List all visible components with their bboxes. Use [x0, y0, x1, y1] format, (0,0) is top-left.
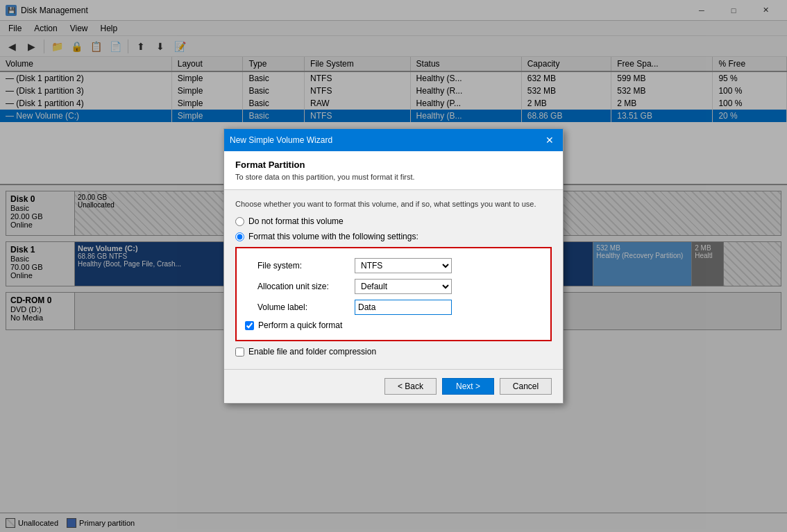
wizard-modal: New Simple Volume Wizard ✕ Format Partit…	[223, 128, 564, 404]
no-format-option[interactable]: Do not format this volume	[235, 216, 552, 226]
modal-overlay: New Simple Volume Wizard ✕ Format Partit…	[0, 0, 787, 532]
format-label: Format this volume with the following se…	[248, 232, 418, 241]
cancel-button[interactable]: Cancel	[500, 378, 552, 395]
modal-close-button[interactable]: ✕	[542, 132, 557, 148]
wizard-title: New Simple Volume Wizard	[230, 135, 332, 145]
modal-body: Choose whether you want to format this v…	[224, 190, 563, 369]
file-system-row: File system: NTFS FAT32 exFAT	[257, 258, 542, 273]
back-button[interactable]: < Back	[384, 378, 437, 395]
volume-label-input[interactable]	[355, 300, 452, 315]
format-settings: File system: NTFS FAT32 exFAT Allocation…	[257, 258, 542, 315]
wizard-page-subtitle: To store data on this partition, you mus…	[235, 173, 552, 181]
format-radio[interactable]	[235, 232, 244, 241]
no-format-radio[interactable]	[235, 217, 244, 226]
compression-label: Enable file and folder compression	[248, 347, 376, 357]
quick-format-checkbox[interactable]	[245, 321, 254, 330]
volume-label-row: Volume label:	[257, 300, 542, 315]
alloc-size-select[interactable]: Default 512 1024 2048 4096	[355, 279, 452, 294]
compression-checkbox[interactable]	[235, 347, 244, 357]
file-system-control: NTFS FAT32 exFAT	[355, 258, 452, 273]
wizard-page-title: Format Partition	[235, 160, 552, 170]
file-system-select[interactable]: NTFS FAT32 exFAT	[355, 258, 452, 273]
alloc-size-label: Allocation unit size:	[257, 282, 355, 291]
compression-row[interactable]: Enable file and folder compression	[235, 347, 552, 357]
volume-label-label: Volume label:	[257, 302, 355, 312]
volume-label-control	[355, 300, 452, 315]
wizard-description: Choose whether you want to format this v…	[235, 200, 552, 208]
alloc-size-control: Default 512 1024 2048 4096	[355, 279, 452, 294]
quick-format-label: Perform a quick format	[258, 320, 342, 330]
no-format-label: Do not format this volume	[248, 216, 344, 226]
quick-format-row[interactable]: Perform a quick format	[245, 320, 542, 330]
modal-footer: < Back Next > Cancel	[224, 369, 563, 403]
format-option[interactable]: Format this volume with the following se…	[235, 232, 552, 241]
format-settings-box: File system: NTFS FAT32 exFAT Allocation…	[235, 247, 552, 341]
file-system-label: File system:	[257, 261, 355, 271]
alloc-size-row: Allocation unit size: Default 512 1024 2…	[257, 279, 542, 294]
modal-header-strip: Format Partition To store data on this p…	[224, 151, 563, 190]
modal-titlebar: New Simple Volume Wizard ✕	[224, 129, 563, 151]
next-button[interactable]: Next >	[442, 378, 494, 395]
